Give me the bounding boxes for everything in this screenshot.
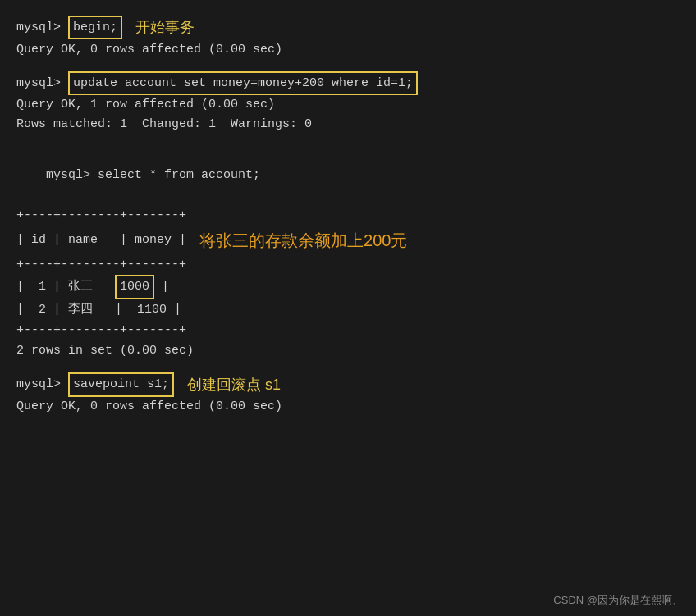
update-result2: Rows matched: 1 Changed: 1 Warnings: 0: [16, 115, 680, 135]
update-result1: Query OK, 1 row affected (0.00 sec): [16, 95, 680, 115]
prompt-begin: mysql>: [16, 17, 68, 39]
table-header-row: | id | name | money | 将张三的存款余额加上200元: [16, 226, 680, 254]
table-border-top: +----+--------+-------+: [16, 205, 680, 226]
money-highlight-box: 1000: [115, 275, 154, 299]
table-border-bottom: +----+--------+-------+: [16, 320, 680, 341]
select-command: select * from account;: [98, 168, 260, 182]
gap2: [16, 135, 680, 146]
prompt-update: mysql>: [16, 73, 68, 94]
update-command-line: mysql> update account set money=money+20…: [16, 71, 680, 96]
select-command-line: mysql> select * from account;: [16, 146, 680, 205]
begin-command-line: mysql> begin; 开始事务: [16, 15, 680, 40]
table-row1-text: | 1 | 张三: [16, 276, 115, 298]
table-annotation: 将张三的存款余额加上200元: [199, 226, 407, 254]
begin-result: Query OK, 0 rows affected (0.00 sec): [16, 40, 680, 60]
prompt-savepoint: mysql>: [16, 374, 68, 395]
select-result: 2 rows in set (0.00 sec): [16, 341, 680, 361]
savepoint-command-line: mysql> savepoint s1; 创建回滚点 s1: [16, 372, 680, 398]
update-command-box: update account set money=money+200 where…: [68, 71, 418, 96]
begin-annotation: 开始事务: [135, 15, 195, 40]
gap1: [16, 60, 680, 71]
savepoint-command-box: savepoint s1;: [68, 372, 174, 397]
watermark: CSDN @因为你是在熙啊、: [553, 593, 683, 608]
terminal-container: mysql> begin; 开始事务 Query OK, 0 rows affe…: [16, 15, 680, 417]
table-header-text: | id | name | money |: [16, 230, 186, 251]
table-border-mid: +----+--------+-------+: [16, 254, 680, 276]
table-row1-end: |: [154, 276, 169, 298]
begin-command-box: begin;: [68, 16, 122, 40]
table-row1: | 1 | 张三 1000 |: [16, 275, 680, 299]
savepoint-annotation: 创建回滚点 s1: [187, 372, 281, 398]
prompt-select: mysql>: [46, 168, 98, 182]
table-row2: | 2 | 李四 | 1100 |: [16, 299, 680, 321]
gap3: [16, 361, 680, 372]
savepoint-result: Query OK, 0 rows affected (0.00 sec): [16, 397, 680, 417]
